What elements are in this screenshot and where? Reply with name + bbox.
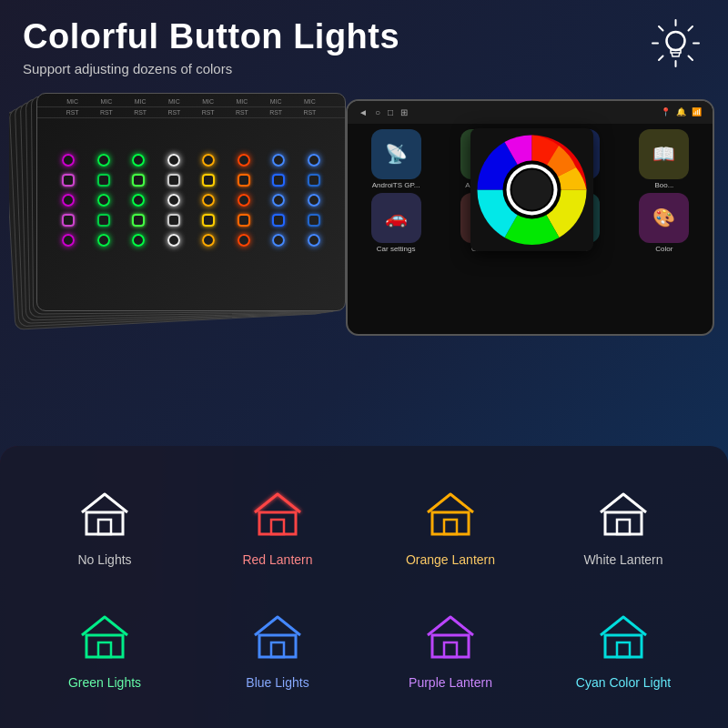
house-icon-no-lights: [76, 484, 135, 543]
svg-rect-21: [617, 520, 630, 534]
svg-point-13: [512, 169, 552, 209]
svg-rect-23: [98, 642, 111, 657]
red-lantern-label: Red Lantern: [242, 552, 312, 567]
svg-rect-29: [617, 642, 630, 657]
orange-lantern-label: Orange Lantern: [406, 552, 495, 567]
svg-rect-17: [271, 520, 284, 534]
svg-rect-14: [86, 512, 123, 534]
svg-rect-15: [98, 520, 111, 534]
house-icon-red-lantern: [248, 484, 308, 543]
house-icon-green-lights: [76, 607, 135, 666]
house-icon-white-lantern: [594, 484, 653, 543]
svg-rect-26: [432, 635, 469, 657]
svg-point-8: [667, 32, 685, 50]
svg-line-4: [659, 26, 663, 31]
green-lights-label: Green Lights: [68, 675, 141, 690]
light-item-green-lights[interactable]: Green Lights: [18, 587, 191, 710]
light-item-cyan-color-light[interactable]: Cyan Color Light: [537, 587, 710, 710]
light-item-red-lantern[interactable]: Red Lantern: [191, 464, 364, 587]
house-icon-orange-lantern: [421, 484, 480, 543]
svg-line-5: [689, 56, 693, 61]
bulb-icon: [651, 18, 701, 76]
svg-rect-18: [432, 512, 469, 534]
svg-rect-25: [271, 642, 284, 657]
device-section: MIC MIC MIC MIC MIC MIC MIC MIC RST RST …: [9, 86, 719, 349]
purple-lantern-label: Purple Lantern: [409, 675, 492, 690]
svg-rect-16: [259, 512, 296, 534]
svg-line-6: [689, 26, 693, 31]
lights-grid: No Lights Red Lantern: [18, 464, 710, 710]
cyan-color-light-label: Cyan Color Light: [576, 675, 671, 690]
app-car-settings[interactable]: 🚗 Car settings: [353, 193, 439, 253]
light-item-purple-lantern[interactable]: Purple Lantern: [364, 587, 537, 710]
no-lights-label: No Lights: [77, 552, 131, 567]
page-subtitle: Support adjusting dozens of colors: [23, 61, 705, 76]
svg-line-7: [659, 56, 663, 61]
app-book[interactable]: 📖 Boo...: [622, 129, 707, 189]
light-item-no-lights[interactable]: No Lights: [18, 464, 191, 587]
svg-rect-19: [444, 520, 457, 534]
house-icon-blue-lights: [248, 607, 308, 666]
svg-rect-24: [259, 635, 296, 657]
svg-rect-27: [444, 642, 457, 657]
svg-rect-22: [86, 635, 123, 657]
page-title: Colorful Button Lights: [23, 18, 705, 56]
color-wheel: [470, 128, 593, 251]
white-lantern-label: White Lantern: [583, 552, 662, 567]
light-item-orange-lantern[interactable]: Orange Lantern: [364, 464, 537, 587]
house-icon-purple-lantern: [421, 607, 480, 666]
house-icon-cyan-color-light: [594, 607, 653, 666]
top-section: Colorful Button Lights Support adjusting…: [0, 0, 728, 86]
app-color[interactable]: 🎨 Color: [622, 193, 707, 253]
blue-lights-label: Blue Lights: [246, 675, 308, 690]
tablets-stack: MIC MIC MIC MIC MIC MIC MIC MIC RST RST …: [9, 86, 369, 331]
light-item-white-lantern[interactable]: White Lantern: [537, 464, 710, 587]
svg-rect-28: [605, 635, 642, 657]
light-item-blue-lights[interactable]: Blue Lights: [191, 587, 364, 710]
main-screen: ◄ ○ □ ⊞ 📍 🔔 📶 📡 AndroiTS GP... 🤖 APK Ins…: [346, 99, 714, 336]
bottom-section: No Lights Red Lantern: [0, 446, 728, 728]
svg-rect-20: [605, 512, 642, 534]
app-androits[interactable]: 📡 AndroiTS GP...: [353, 129, 439, 189]
